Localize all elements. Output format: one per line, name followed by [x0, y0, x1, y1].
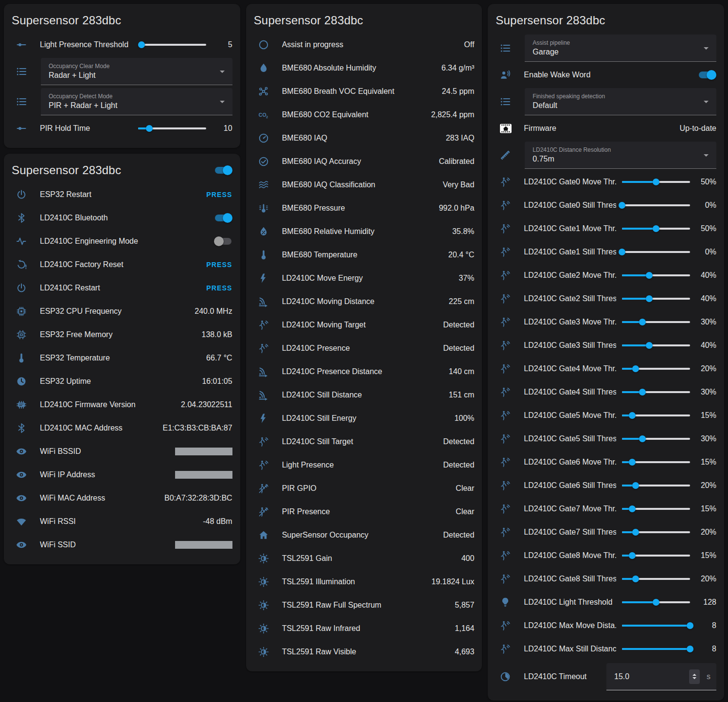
- row-bme680-iaq-classification[interactable]: BME680 IAQ ClassificationVery Bad: [254, 173, 475, 197]
- row-ld2410c-bluetooth[interactable]: LD2410C Bluetooth: [12, 206, 232, 230]
- row-ld2410c-still-distance[interactable]: LD2410C Still Distance151 cm: [254, 383, 475, 407]
- row-bme680-temperature[interactable]: BME680 Temperature20.4 °C: [254, 243, 475, 267]
- row-occupancy-detect-mode[interactable]: Occupancy Detect ModePIR + Radar + Light: [12, 87, 232, 117]
- slider-thumb[interactable]: [619, 249, 625, 255]
- slider-ld2410c-gate7-still-thres[interactable]: [622, 528, 690, 537]
- select-assist-pipeline[interactable]: Assist pipelineGarage: [525, 35, 716, 62]
- row-bme680-co2-equivalent[interactable]: CO2BME680 CO2 Equivalent2,825.4 ppm: [254, 103, 475, 126]
- row-bme680-absolute-humidity[interactable]: BME680 Absolute Humidity6.34 g/m³: [254, 56, 475, 80]
- row-ld2410c-moving-distance[interactable]: LD2410C Moving Distance225 cm: [254, 290, 475, 313]
- slider-track[interactable]: [622, 204, 690, 206]
- row-enable-wake-word[interactable]: Enable Wake Word: [496, 63, 716, 87]
- row-tsl2591-raw-infrared[interactable]: TSL2591 Raw Infrared1,164: [254, 617, 475, 640]
- slider-thumb[interactable]: [646, 295, 653, 302]
- slider-thumb[interactable]: [653, 599, 659, 606]
- row-esp32-restart[interactable]: ESP32 RestartPRESS: [12, 183, 232, 206]
- row-finished-speaking-detection[interactable]: Finished speaking detectionDefault: [496, 87, 716, 117]
- row-bme680-iaq[interactable]: BME680 IAQ283 IAQ: [254, 126, 475, 150]
- row-ld2410c-gate5-move-thr[interactable]: LD2410C Gate5 Move Thr...15%: [496, 404, 716, 427]
- slider-ld2410c-light-threshold[interactable]: [622, 598, 690, 607]
- toggle-thumb[interactable]: [223, 165, 232, 175]
- row-ld2410c-gate2-still-thres[interactable]: LD2410C Gate2 Still Thres...40%: [496, 287, 716, 310]
- row-ld2410c-presence[interactable]: LD2410C PresenceDetected: [254, 337, 475, 360]
- slider-ld2410c-gate3-move-thr[interactable]: [622, 318, 690, 326]
- slider-ld2410c-gate6-move-thr[interactable]: [622, 458, 690, 467]
- decrement-icon[interactable]: [692, 677, 696, 679]
- stepper-buttons[interactable]: [689, 669, 700, 684]
- row-ld2410c-max-still-distanc[interactable]: LD2410C Max Still Distanc...8: [496, 637, 716, 661]
- row-ld2410c-timeout[interactable]: LD2410C Timeouts: [496, 661, 716, 693]
- slider-ld2410c-gate1-still-thres[interactable]: [622, 248, 690, 256]
- row-ld2410c-moving-target[interactable]: LD2410C Moving TargetDetected: [254, 313, 475, 337]
- row-ld2410c-gate4-still-thres[interactable]: LD2410C Gate4 Still Thres...30%: [496, 380, 716, 404]
- slider-ld2410c-gate5-move-thr[interactable]: [622, 411, 690, 420]
- slider-thumb[interactable]: [653, 179, 659, 185]
- toggle-enable-wake-word[interactable]: [698, 69, 716, 81]
- slider-thumb[interactable]: [619, 202, 625, 209]
- card-header-toggle[interactable]: [214, 164, 232, 176]
- slider-thumb[interactable]: [632, 576, 639, 582]
- row-firmware[interactable]: FirmwareUp-to-date: [496, 117, 716, 140]
- slider-thumb[interactable]: [629, 412, 636, 419]
- toggle-ld2410c-bluetooth[interactable]: [214, 212, 232, 224]
- row-wifi-ip-address[interactable]: WiFi IP Address: [12, 463, 232, 486]
- row-ld2410c-still-target[interactable]: LD2410C Still TargetDetected: [254, 430, 475, 453]
- row-ld2410c-gate3-move-thr[interactable]: LD2410C Gate3 Move Thr...30%: [496, 310, 716, 334]
- select-finished-speaking-detection[interactable]: Finished speaking detectionDefault: [525, 88, 716, 115]
- toggle-thumb[interactable]: [707, 70, 716, 80]
- number-field-ld2410c-timeout[interactable]: s: [606, 663, 716, 690]
- slider-light-presence-threshold[interactable]: [138, 40, 206, 49]
- slider-thumb[interactable]: [632, 482, 639, 489]
- row-ld2410c-gate8-still-thres[interactable]: LD2410C Gate8 Still Thres...20%: [496, 567, 716, 591]
- row-ld2410c-gate4-move-thr[interactable]: LD2410C Gate4 Move Thr...20%: [496, 357, 716, 380]
- row-occupancy-clear-mode[interactable]: Occupancy Clear ModeRadar + Light: [12, 56, 232, 87]
- slider-ld2410c-gate0-move-thr[interactable]: [622, 178, 690, 186]
- slider-thumb[interactable]: [653, 225, 659, 232]
- row-pir-presence[interactable]: PIR PresenceClear: [254, 500, 475, 523]
- slider-thumb[interactable]: [632, 365, 639, 372]
- row-ld2410c-gate0-still-thres[interactable]: LD2410C Gate0 Still Thres...0%: [496, 194, 716, 217]
- row-pir-hold-time[interactable]: PIR Hold Time10: [12, 117, 232, 140]
- slider-thumb[interactable]: [639, 435, 646, 442]
- slider-thumb[interactable]: [687, 646, 693, 652]
- slider-thumb[interactable]: [639, 319, 646, 325]
- slider-thumb[interactable]: [629, 459, 636, 466]
- increment-icon[interactable]: [692, 674, 696, 676]
- row-ld2410c-gate1-move-thr[interactable]: LD2410C Gate1 Move Thr...50%: [496, 217, 716, 240]
- row-ld2410c-gate5-still-thres[interactable]: LD2410C Gate5 Still Thres...30%: [496, 427, 716, 450]
- slider-ld2410c-gate1-move-thr[interactable]: [622, 224, 690, 233]
- row-ld2410c-firmware-version[interactable]: LD2410C Firmware Version2.04.23022511: [12, 393, 232, 416]
- select-occupancy-detect-mode[interactable]: Occupancy Detect ModePIR + Radar + Light: [41, 88, 232, 115]
- row-ld2410c-gate0-move-thr[interactable]: LD2410C Gate0 Move Thr...50%: [496, 170, 716, 194]
- slider-ld2410c-max-move-dista[interactable]: [622, 621, 690, 630]
- row-esp32-temperature[interactable]: ESP32 Temperature66.7 °C: [12, 346, 232, 370]
- row-ld2410c-distance-resolution[interactable]: LD2410C Distance Resolution0.75m: [496, 140, 716, 170]
- slider-thumb[interactable]: [138, 41, 145, 48]
- slider-ld2410c-gate5-still-thres[interactable]: [622, 434, 690, 443]
- row-ld2410c-gate2-move-thr[interactable]: LD2410C Gate2 Move Thr...40%: [496, 264, 716, 287]
- slider-thumb[interactable]: [629, 505, 636, 512]
- select-ld2410c-distance-resolution[interactable]: LD2410C Distance Resolution0.75m: [525, 142, 716, 169]
- slider-track[interactable]: [138, 44, 206, 46]
- row-ld2410c-engineering-mode[interactable]: LD2410C Engineering Mode: [12, 230, 232, 253]
- row-bme680-pressure[interactable]: BME680 Pressure992.0 hPa: [254, 197, 475, 220]
- slider-track[interactable]: [622, 251, 690, 253]
- row-ld2410c-gate1-still-thres[interactable]: LD2410C Gate1 Still Thres...0%: [496, 240, 716, 264]
- press-button-ld2410c-restart[interactable]: PRESS: [206, 284, 232, 292]
- slider-ld2410c-gate8-move-thr[interactable]: [622, 551, 690, 560]
- slider-ld2410c-gate2-move-thr[interactable]: [622, 271, 690, 280]
- row-bme680-iaq-accuracy[interactable]: BME680 IAQ AccuracyCalibrated: [254, 150, 475, 173]
- toggle-ld2410c-engineering-mode[interactable]: [214, 235, 232, 247]
- row-esp32-uptime[interactable]: ESP32 Uptime16:01:05: [12, 370, 232, 393]
- slider-thumb[interactable]: [646, 342, 653, 349]
- slider-ld2410c-gate4-still-thres[interactable]: [622, 388, 690, 396]
- slider-thumb[interactable]: [146, 125, 153, 132]
- row-ld2410c-gate3-still-thres[interactable]: LD2410C Gate3 Still Thres...40%: [496, 334, 716, 357]
- row-tsl2591-gain[interactable]: TSL2591 Gain400: [254, 547, 475, 570]
- slider-ld2410c-gate4-move-thr[interactable]: [622, 364, 690, 373]
- slider-ld2410c-gate2-still-thres[interactable]: [622, 294, 690, 303]
- press-button-ld2410c-factory-reset[interactable]: PRESS: [206, 261, 232, 269]
- row-bme680-relative-humidity[interactable]: BME680 Relative Humidity35.8%: [254, 220, 475, 243]
- row-ld2410c-mac-address[interactable]: LD2410C MAC AddressE1:C3:B3:CB:BA:87: [12, 416, 232, 440]
- row-tsl2591-illumination[interactable]: TSL2591 Illumination19.1824 Lux: [254, 570, 475, 594]
